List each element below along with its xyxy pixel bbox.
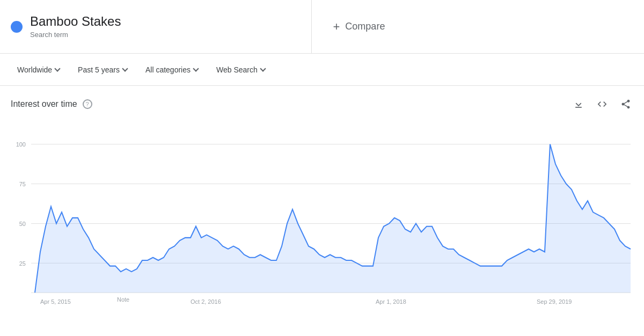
y-label-25: 25 bbox=[19, 260, 26, 266]
chart-header: Interest over time ? bbox=[11, 97, 633, 112]
chart-section: Interest over time ? bbox=[0, 86, 644, 336]
download-button[interactable] bbox=[571, 97, 586, 112]
search-term-title: Bamboo Stakes bbox=[30, 14, 121, 30]
y-label-100: 100 bbox=[16, 141, 26, 148]
compare-section: + Compare bbox=[312, 20, 645, 34]
categories-chevron-icon bbox=[193, 65, 199, 71]
region-label: Worldwide bbox=[17, 65, 52, 74]
share-button[interactable] bbox=[618, 97, 633, 112]
search-term-dot bbox=[11, 21, 23, 33]
chart-title-group: Interest over time ? bbox=[11, 99, 92, 109]
chart-container: 100 75 50 25 Apr 5, 2015 Oct 2, 2016 Apr… bbox=[11, 117, 633, 321]
search-term-text: Bamboo Stakes Search term bbox=[30, 14, 121, 39]
period-chevron-icon bbox=[122, 65, 128, 71]
help-icon[interactable]: ? bbox=[83, 99, 92, 109]
search-type-label: Web Search bbox=[216, 65, 258, 74]
note-label: Note bbox=[117, 296, 129, 303]
chart-actions bbox=[571, 97, 633, 112]
x-label-1: Apr 5, 2015 bbox=[40, 298, 71, 305]
page-header: Bamboo Stakes Search term + Compare bbox=[0, 0, 644, 54]
interest-chart: 100 75 50 25 Apr 5, 2015 Oct 2, 2016 Apr… bbox=[11, 117, 633, 321]
x-label-4: Sep 29, 2019 bbox=[537, 298, 572, 305]
search-type-chevron-icon bbox=[260, 65, 266, 71]
categories-filter[interactable]: All categories bbox=[139, 61, 204, 78]
download-icon bbox=[573, 99, 584, 109]
search-term-subtitle: Search term bbox=[30, 31, 68, 39]
region-filter[interactable]: Worldwide bbox=[11, 61, 66, 78]
filter-bar: Worldwide Past 5 years All categories We… bbox=[0, 54, 644, 86]
embed-icon bbox=[597, 99, 608, 109]
search-term-section: Bamboo Stakes Search term bbox=[0, 0, 312, 53]
embed-button[interactable] bbox=[595, 97, 610, 112]
compare-label: Compare bbox=[345, 21, 385, 32]
share-icon bbox=[620, 99, 631, 109]
search-type-filter[interactable]: Web Search bbox=[210, 61, 272, 78]
period-label: Past 5 years bbox=[78, 65, 120, 74]
period-filter[interactable]: Past 5 years bbox=[71, 61, 134, 78]
chart-title: Interest over time bbox=[11, 99, 77, 109]
compare-button[interactable]: + Compare bbox=[333, 20, 385, 34]
region-chevron-icon bbox=[54, 65, 60, 71]
y-label-75: 75 bbox=[19, 181, 26, 187]
y-label-50: 50 bbox=[19, 220, 26, 227]
categories-label: All categories bbox=[145, 65, 191, 74]
x-label-2: Oct 2, 2016 bbox=[191, 298, 221, 305]
x-label-3: Apr 1, 2018 bbox=[376, 298, 406, 305]
compare-plus: + bbox=[333, 20, 340, 34]
